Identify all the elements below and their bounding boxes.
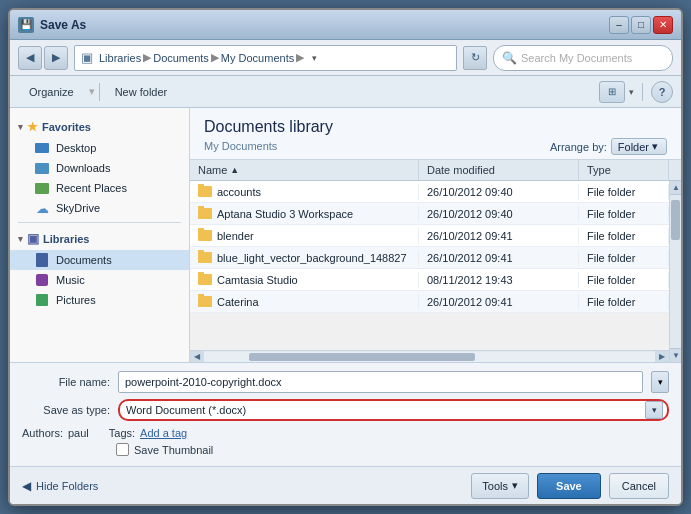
tools-label: Tools <box>482 480 508 492</box>
library-title: Documents library <box>204 118 667 136</box>
table-row[interactable]: accounts 26/10/2012 09:40 File folder <box>190 181 669 203</box>
libraries-label: Libraries <box>43 233 89 245</box>
sidebar-label-pictures: Pictures <box>56 294 96 306</box>
sidebar-item-downloads[interactable]: Downloads <box>10 158 189 178</box>
dialog-title: Save As <box>40 18 609 32</box>
title-bar: 💾 Save As – □ ✕ <box>10 10 681 40</box>
pictures-lib-icon <box>34 293 50 307</box>
view-button[interactable]: ⊞ <box>599 81 625 103</box>
help-button[interactable]: ? <box>651 81 673 103</box>
h-scroll-left-arrow[interactable]: ◀ <box>190 351 204 363</box>
file-date-cell: 26/10/2012 09:41 <box>419 294 579 310</box>
favorites-label: Favorites <box>42 121 91 133</box>
thumbnail-label[interactable]: Save Thumbnail <box>134 444 213 456</box>
favorites-star-icon: ★ <box>27 120 38 134</box>
arrange-by-dropdown[interactable]: Folder ▾ <box>611 138 667 155</box>
v-scroll-thumb <box>671 200 680 240</box>
libraries-header[interactable]: ▾ ▣ Libraries <box>10 227 189 250</box>
close-button[interactable]: ✕ <box>653 16 673 34</box>
folder-icon <box>198 252 212 263</box>
organize-button[interactable]: Organize <box>18 80 85 104</box>
col-header-type[interactable]: Type <box>579 160 669 180</box>
sidebar-item-documents[interactable]: Documents <box>10 250 189 270</box>
file-type-cell: File folder <box>579 250 669 266</box>
sidebar-item-music[interactable]: Music <box>10 270 189 290</box>
file-date-cell: 26/10/2012 09:40 <box>419 184 579 200</box>
favorites-header[interactable]: ▾ ★ Favorites <box>10 116 189 138</box>
sidebar-item-pictures[interactable]: Pictures <box>10 290 189 310</box>
recent-icon <box>34 181 50 195</box>
folder-icon <box>198 186 212 197</box>
dialog-icon: 💾 <box>18 17 34 33</box>
savetype-dropdown-arrow[interactable]: ▾ <box>645 401 663 419</box>
favorites-chevron: ▾ <box>18 122 23 132</box>
filename-input[interactable] <box>118 371 643 393</box>
dialog-footer: ◀ Hide Folders Tools ▾ Save Cancel <box>10 466 681 504</box>
new-folder-button[interactable]: New folder <box>104 80 179 104</box>
arrange-row: Arrange by: Folder ▾ <box>550 138 667 155</box>
sidebar-label-music: Music <box>56 274 85 286</box>
breadcrumb: ▣ Libraries ▶ Documents ▶ My Documents ▶… <box>74 45 457 71</box>
minimize-button[interactable]: – <box>609 16 629 34</box>
file-name-cell: blender <box>190 228 419 244</box>
table-row[interactable]: Aptana Studio 3 Workspace 26/10/2012 09:… <box>190 203 669 225</box>
horizontal-scrollbar[interactable]: ◀ ▶ <box>190 350 669 362</box>
sidebar-item-skydrive[interactable]: ☁ SkyDrive <box>10 198 189 218</box>
main-content: ▾ ★ Favorites Desktop Downloads Recent P… <box>10 108 681 362</box>
hide-folders-button[interactable]: ◀ Hide Folders <box>22 479 98 493</box>
file-type-cell: File folder <box>579 228 669 244</box>
v-scroll-up-arrow[interactable]: ▲ <box>670 181 681 195</box>
cancel-button[interactable]: Cancel <box>609 473 669 499</box>
meta-row: Authors: paul Tags: Add a tag <box>22 427 669 439</box>
h-scroll-right-arrow[interactable]: ▶ <box>655 351 669 363</box>
save-button[interactable]: Save <box>537 473 601 499</box>
folder-icon <box>198 274 212 285</box>
table-row[interactable]: blue_light_vector_background_148827 26/1… <box>190 247 669 269</box>
maximize-button[interactable]: □ <box>631 16 651 34</box>
h-scroll-thumb <box>249 353 475 361</box>
breadcrumb-documents[interactable]: Documents <box>153 52 209 64</box>
file-list-inner: accounts 26/10/2012 09:40 File folder Ap… <box>190 181 669 362</box>
table-row[interactable]: Camtasia Studio 08/11/2012 19:43 File fo… <box>190 269 669 291</box>
file-type-cell: File folder <box>579 272 669 288</box>
refresh-button[interactable]: ↻ <box>463 46 487 70</box>
v-scroll-down-arrow[interactable]: ▼ <box>670 348 681 362</box>
music-lib-icon <box>34 273 50 287</box>
col-header-date[interactable]: Date modified <box>419 160 579 180</box>
thumbnail-checkbox[interactable] <box>116 443 129 456</box>
hide-folders-arrow-icon: ◀ <box>22 479 31 493</box>
authors-item: Authors: paul <box>22 427 89 439</box>
table-row[interactable]: Caterina 26/10/2012 09:41 File folder <box>190 291 669 313</box>
h-scroll-track <box>204 352 655 362</box>
file-panel-header: Documents library My Documents Arrange b… <box>190 108 681 160</box>
tools-button[interactable]: Tools ▾ <box>471 473 529 499</box>
sidebar-label-desktop: Desktop <box>56 142 96 154</box>
file-panel: Documents library My Documents Arrange b… <box>190 108 681 362</box>
filename-dropdown-arrow[interactable]: ▾ <box>651 371 669 393</box>
vertical-scrollbar[interactable]: ▲ ▼ <box>669 181 681 362</box>
sidebar-label-documents: Documents <box>56 254 112 266</box>
breadcrumb-libraries[interactable]: Libraries <box>99 52 141 64</box>
file-type-cell: File folder <box>579 206 669 222</box>
folder-icon <box>198 296 212 307</box>
sidebar: ▾ ★ Favorites Desktop Downloads Recent P… <box>10 108 190 362</box>
sidebar-item-desktop[interactable]: Desktop <box>10 138 189 158</box>
savetype-label: Save as type: <box>22 404 110 416</box>
add-tag-link[interactable]: Add a tag <box>140 427 187 439</box>
table-row[interactable]: blender 26/10/2012 09:41 File folder <box>190 225 669 247</box>
view-dropdown[interactable]: ▾ <box>629 87 634 97</box>
folder-icon <box>198 208 212 219</box>
sidebar-item-recent[interactable]: Recent Places <box>10 178 189 198</box>
file-date-cell: 26/10/2012 09:40 <box>419 206 579 222</box>
authors-value: paul <box>68 427 89 439</box>
back-button[interactable]: ◀ <box>18 46 42 70</box>
breadcrumb-my-documents[interactable]: My Documents <box>221 52 294 64</box>
breadcrumb-dropdown[interactable]: ▾ <box>306 46 322 70</box>
search-box[interactable]: 🔍 Search My Documents <box>493 45 673 71</box>
file-type-cell: File folder <box>579 294 669 310</box>
desktop-icon <box>34 141 50 155</box>
forward-button[interactable]: ▶ <box>44 46 68 70</box>
col-header-name[interactable]: Name ▲ <box>190 160 419 180</box>
filename-label: File name: <box>22 376 110 388</box>
savetype-select[interactable]: Word Document (*.docx) ▾ <box>118 399 669 421</box>
